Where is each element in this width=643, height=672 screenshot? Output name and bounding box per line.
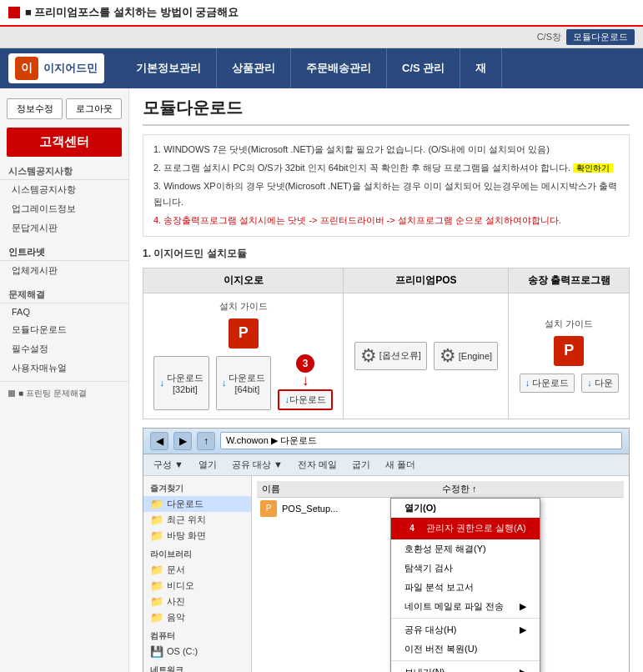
toolbar-organize[interactable]: 구성 ▼ [150, 457, 187, 473]
col-header-name: 이름 [260, 483, 440, 495]
nav-video-label: 비디오 [167, 579, 194, 592]
download-btn-32bit[interactable]: ↓다운로드[32bit] [153, 356, 209, 410]
nav-os-label: OS (C:) [167, 646, 198, 656]
cs-bar: C/S창 모듈다운로드 [0, 27, 643, 48]
toolbar-email[interactable]: 전자 메일 [294, 457, 340, 473]
nav-item-basic[interactable]: 기본정보관리 [121, 48, 217, 88]
explorer-nav-desktop[interactable]: 📁 바탕 화면 [143, 528, 251, 544]
notice-4: 4. 송장출력프로그램 설치시에는 닷넷 -> 프린터드라이버 -> 설치프로그… [153, 213, 619, 229]
submenu-arrow-send: ▶ [520, 667, 526, 672]
sidebar-section-title-intranet: 인트라넷 [0, 241, 128, 261]
logout-button[interactable]: 로그아웃 [66, 98, 122, 119]
module-download-button[interactable]: 모듈다운로드 [566, 29, 635, 45]
context-menu-prev-version[interactable]: 이전 버전 복원(U) [391, 639, 540, 659]
context-menu-nate-mail[interactable]: 네이트 메일로 파일 전송 ▶ [391, 597, 540, 616]
sidebar-link-upgrade[interactable]: 업그레이드정보 [0, 199, 128, 218]
notice-3: 3. Windows XP이하의 경우 닷넷(Microsoft .NET)을 … [153, 178, 619, 212]
sidebar-top-buttons: 정보수정 로그아웃 [0, 93, 128, 124]
explorer-back-button[interactable]: ◀ [150, 432, 168, 450]
favorites-title: 즐겨찾기 [143, 481, 251, 496]
sidebar-link-company-board[interactable]: 업체게시판 [0, 261, 128, 280]
download-btn-shipping-main[interactable]: ↓다운로드 [520, 374, 575, 393]
nav-item-cs[interactable]: C/S 관리 [387, 48, 460, 88]
explorer-column-headers: 이름 수정한 ↑ [257, 481, 624, 498]
top-title-bar: ■ 프리미엄포스를 설치하는 방법이 궁금해요 [0, 0, 643, 27]
explorer-forward-button[interactable]: ▶ [173, 432, 192, 450]
explorer-nav-sidebar: 즐겨찾기 📁 다운로드 📁 최근 위치 📁 바탕 화면 라이브러리 [143, 476, 252, 672]
file-row-pos[interactable]: P POS_Setup... 열기(O) 4 관리자 권한으로 실행(A) [257, 498, 624, 519]
download-btn-main[interactable]: ↓다운로드 [278, 389, 333, 410]
sidebar-link-qa[interactable]: 문답게시판 [0, 218, 128, 238]
explorer-path-bar[interactable]: W.chowon ▶ 다운로드 [220, 432, 622, 449]
logo-text: 이지어드민 [43, 61, 98, 76]
submenu-arrow-nate: ▶ [520, 601, 526, 612]
explorer-nav-video[interactable]: 📁 비디오 [143, 578, 251, 594]
explorer-nav-photos[interactable]: 📁 사진 [143, 594, 251, 609]
explorer-nav-docs[interactable]: 📁 문서 [143, 562, 251, 578]
sidebar-link-faq[interactable]: FAQ [0, 303, 128, 320]
context-menu-share[interactable]: 공유 대상(H) ▶ [391, 620, 540, 639]
toolbar-open[interactable]: 열기 [195, 457, 220, 473]
download-btn-engine[interactable]: ⚙[Engine] [434, 342, 498, 370]
sidebar-section-troubleshoot: 문제해결 FAQ 모듈다운로드 필수설정 사용자매뉴얼 [0, 283, 128, 378]
context-menu-divider-1 [391, 618, 540, 619]
nav-desktop-label: 바탕 화면 [167, 529, 206, 542]
download-buttons-easyoro: ↓다운로드[32bit] ↓다운로드[64bit] 3 ↓ ↓다운로드 [152, 354, 334, 412]
sidebar-divider [0, 381, 128, 382]
download-table: 이지오로 프리미엄POS 송장 출력프로그램 설치 가이드 P ↓다운로드[32… [143, 268, 630, 419]
context-menu-run-as-admin[interactable]: 4 관리자 권한으로 실행(A) [391, 518, 540, 539]
notice-2: 2. 프로그램 설치시 PC의 O/S가 32bit 인지 64bit인지 꼭 … [153, 160, 619, 177]
download-buttons-premiumpos: ⚙[옵션오류] ⚙[Engine] [353, 340, 500, 372]
sidebar-printing: ■ 프린팅 문제해결 [0, 384, 128, 403]
highlight-text[interactable]: 확인하기 [573, 163, 613, 173]
red-square-icon [8, 7, 20, 18]
sidebar-link-user-manual[interactable]: 사용자매뉴얼 [0, 359, 128, 378]
nav-item-product[interactable]: 상품관리 [217, 48, 291, 88]
download-btn-64bit[interactable]: ↓다운로드[64bit] [216, 356, 272, 410]
sidebar-printing-label: ■ 프린팅 문제해결 [18, 388, 87, 399]
guide-label-shipping: 설치 가이드 [545, 318, 593, 330]
explorer-content-area: 이름 수정한 ↑ P POS_Setup... 열기(O) [252, 476, 629, 672]
nav-logo: 이 이지어드민 [8, 53, 104, 83]
toolbar-burn[interactable]: 굽기 [349, 457, 374, 473]
explorer-nav-music[interactable]: 📁 음악 [143, 609, 251, 625]
context-menu-send-to[interactable]: 보내기(N) ▶ [391, 663, 540, 672]
folder-icon-photos: 📁 [150, 595, 163, 608]
page-title: ■ 프리미엄포스를 설치하는 방법이 궁금해요 [25, 5, 239, 20]
sidebar-link-system-notice[interactable]: 시스템공지사항 [0, 180, 128, 199]
context-menu-file-analyze[interactable]: 파일 분석 보고서 [391, 578, 540, 597]
explorer-nav-recent[interactable]: 📁 최근 위치 [143, 512, 251, 528]
download-btn-options[interactable]: ⚙[옵션오류] [354, 342, 427, 370]
sidebar: 정보수정 로그아웃 고객센터 시스템공지사항 시스템공지사항 업그레이드정보 문… [0, 88, 129, 672]
guide-label-easyoro: 설치 가이드 [219, 300, 268, 313]
col-premiumpos: ⚙[옵션오류] ⚙[Engine] [344, 293, 509, 419]
folder-icon-video: 📁 [150, 579, 163, 592]
step3-badge: 3 [296, 354, 314, 373]
explorer-nav-downloads[interactable]: 📁 다운로드 [143, 496, 251, 512]
col-header-modified: 수정한 ↑ [440, 483, 620, 495]
explorer-nav-os[interactable]: 💾 OS (C:) [143, 644, 251, 659]
explorer-up-button[interactable]: ↑ [197, 432, 215, 450]
file-name-pos: POS_Setup... [282, 504, 338, 514]
toolbar-share[interactable]: 공유 대상 ▼ [229, 457, 286, 473]
col-header-shipping: 송장 출력프로그램 [509, 268, 630, 293]
toolbar-newfolder[interactable]: 새 폴더 [382, 457, 419, 473]
customer-center-label: 고객센터 [7, 128, 122, 157]
download-buttons-shipping: ↓다운로드 ↓다운 [518, 372, 620, 394]
nav-items: 기본정보관리 상품관리 주문배송관리 C/S 관리 재 [121, 48, 635, 88]
download-btn-shipping-2[interactable]: ↓다운 [581, 374, 619, 393]
sidebar-section-title-system: 시스템공지사항 [0, 160, 128, 180]
context-menu-scan[interactable]: 탐색기 검사 [391, 559, 540, 578]
settings-button[interactable]: 정보수정 [7, 98, 63, 119]
nav-item-other[interactable]: 재 [460, 48, 502, 88]
nav-item-order[interactable]: 주문배송관리 [291, 48, 387, 88]
submenu-arrow-share: ▶ [520, 624, 526, 635]
folder-icon-docs: 📁 [150, 564, 163, 576]
nav-docs-label: 문서 [167, 564, 185, 576]
context-menu-open[interactable]: 열기(O) [391, 499, 540, 518]
ppt-icon-easyoro: P [229, 318, 259, 349]
sidebar-link-required-settings[interactable]: 필수설정 [0, 339, 128, 359]
folder-icon-os: 💾 [150, 645, 163, 658]
sidebar-link-module-download[interactable]: 모듈다운로드 [0, 320, 128, 339]
context-menu-compat[interactable]: 호환성 문제 해결(Y) [391, 539, 540, 559]
